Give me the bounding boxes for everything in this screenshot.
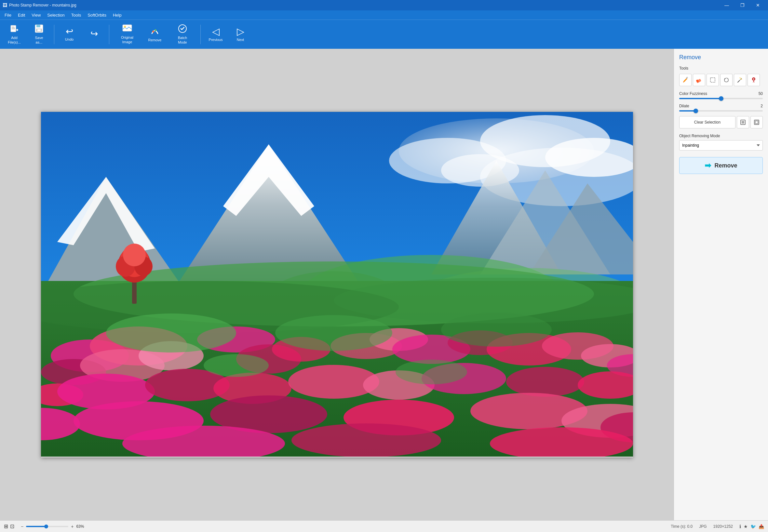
add-files-button[interactable]: AddFile(s)...: [3, 22, 26, 47]
star-icon[interactable]: ★: [744, 524, 748, 529]
select-inside-button[interactable]: [737, 116, 749, 128]
remove-label: Remove: [714, 162, 737, 169]
menu-softorbits[interactable]: SoftOrbits: [84, 11, 110, 19]
canvas-area[interactable]: [0, 49, 674, 520]
object-removing-mode-dropdown[interactable]: Inpainting Content Aware Fill Clone: [679, 140, 763, 151]
time-label: Time (s): 0.0: [671, 524, 693, 529]
status-right: Time (s): 0.0 JPG 1920×1252 ℹ ★ 🐦 📤: [671, 524, 764, 529]
svg-point-13: [154, 29, 156, 31]
status-bar: ⊞ ⊡ − + 63% Time (s): 0.0 JPG 1920×1252 …: [0, 520, 768, 532]
zoom-fill: [26, 526, 45, 527]
brush-tool[interactable]: [679, 74, 692, 86]
color-fuzziness-header: Color Fuzziness 50: [679, 91, 763, 96]
rect-select-tool[interactable]: [707, 74, 719, 86]
color-fuzziness-value: 50: [759, 91, 763, 96]
clear-selection-row: Clear Selection: [679, 116, 763, 128]
remove-toolbar-label: Remove: [148, 38, 162, 42]
lasso-tool[interactable]: [720, 74, 733, 86]
select-outside-button[interactable]: [750, 116, 763, 128]
menu-edit[interactable]: Edit: [15, 11, 28, 19]
next-button[interactable]: ▷ Next: [229, 22, 252, 47]
svg-point-73: [441, 313, 552, 347]
minimize-button[interactable]: —: [719, 0, 734, 10]
save-icon: [34, 24, 44, 34]
social-buttons: ℹ ★ 🐦 📤: [739, 524, 764, 529]
dilate-thumb[interactable]: [694, 109, 698, 113]
previous-label: Previous: [209, 38, 223, 42]
svg-rect-7: [36, 25, 40, 27]
previous-button[interactable]: ◁ Previous: [204, 22, 227, 47]
zoom-in-button[interactable]: +: [71, 524, 73, 529]
separator-2: [109, 25, 109, 44]
main-area: Remove Tools: [0, 49, 768, 520]
svg-rect-92: [742, 121, 744, 124]
menu-view[interactable]: View: [28, 11, 44, 19]
original-image-label: OriginalImage: [121, 35, 133, 44]
color-fuzziness-thumb[interactable]: [719, 96, 723, 101]
previous-icon: ◁: [212, 27, 219, 36]
save-as-button[interactable]: Saveas...: [27, 22, 51, 47]
restore-button[interactable]: ❐: [735, 0, 750, 10]
separator-3: [200, 25, 201, 44]
close-button[interactable]: ✕: [750, 0, 765, 10]
svg-point-59: [506, 367, 584, 397]
share-icon[interactable]: 📤: [759, 524, 764, 529]
batch-mode-icon: [178, 24, 187, 34]
menu-selection[interactable]: Selection: [44, 11, 68, 19]
remove-toolbar-button[interactable]: Remove: [143, 22, 166, 47]
undo-icon: ↩: [66, 27, 73, 36]
menu-bar: File Edit View Selection Tools SoftOrbit…: [0, 10, 768, 20]
color-fuzziness-label: Color Fuzziness: [679, 91, 707, 96]
color-fuzziness-fill: [679, 98, 721, 99]
next-icon: ▷: [237, 27, 244, 36]
original-image-button[interactable]: OriginalImage: [113, 22, 142, 47]
svg-rect-85: [710, 78, 715, 82]
redo-icon: ↪: [90, 29, 98, 38]
menu-help[interactable]: Help: [110, 11, 125, 19]
batch-mode-button[interactable]: BatchMode: [168, 22, 197, 47]
toolbar: AddFile(s)... Saveas... ↩ Undo ↪: [0, 20, 768, 49]
clear-selection-button[interactable]: Clear Selection: [679, 116, 735, 128]
zoom-control: − + 63%: [21, 524, 84, 529]
remove-arrow-icon: ➡: [705, 161, 711, 170]
dilate-label: Dilate: [679, 104, 689, 108]
status-icons: ⊞ ⊡: [4, 523, 14, 529]
svg-point-81: [123, 244, 146, 266]
next-label: Next: [237, 38, 244, 42]
eraser-tool[interactable]: [693, 74, 705, 86]
batch-mode-label: BatchMode: [178, 36, 187, 44]
info-icon[interactable]: ℹ: [739, 524, 741, 529]
save-as-label: Saveas...: [35, 36, 43, 44]
fit-window-icon[interactable]: ⊞: [4, 523, 8, 529]
actual-size-icon[interactable]: ⊡: [10, 523, 14, 529]
undo-label: Undo: [65, 37, 73, 42]
undo-button[interactable]: ↩ Undo: [58, 22, 81, 47]
magic-wand-tool[interactable]: [734, 74, 746, 86]
right-panel: Remove Tools: [674, 49, 768, 520]
svg-point-75: [396, 360, 467, 384]
svg-rect-0: [11, 25, 16, 32]
app-icon: 🖼: [3, 3, 7, 8]
stamp-tool[interactable]: [748, 74, 760, 86]
remove-toolbar-icon: [150, 26, 159, 37]
menu-tools[interactable]: Tools: [68, 11, 84, 19]
add-files-label: AddFile(s)...: [8, 36, 21, 44]
dilate-row: Dilate 2: [679, 104, 763, 112]
svg-rect-9: [37, 29, 41, 31]
dilate-track[interactable]: [679, 110, 763, 112]
dimensions-label: 1920×1252: [713, 524, 733, 529]
menu-file[interactable]: File: [1, 11, 15, 19]
panel-title: Remove: [679, 54, 763, 61]
zoom-thumb[interactable]: [44, 525, 48, 528]
zoom-out-button[interactable]: −: [21, 524, 23, 529]
color-fuzziness-track[interactable]: [679, 98, 763, 99]
remove-button[interactable]: ➡ Remove: [679, 157, 763, 174]
redo-button[interactable]: ↪: [82, 22, 106, 47]
object-removing-mode-section: Object Removing Mode Inpainting Content …: [679, 134, 763, 151]
twitter-icon[interactable]: 🐦: [750, 524, 756, 529]
window-title: Photo Stamp Remover - mountains.jpg: [9, 3, 719, 7]
dilate-header: Dilate 2: [679, 104, 763, 108]
add-files-icon: [10, 24, 19, 34]
zoom-level: 63%: [76, 524, 84, 529]
zoom-track[interactable]: [26, 526, 68, 527]
